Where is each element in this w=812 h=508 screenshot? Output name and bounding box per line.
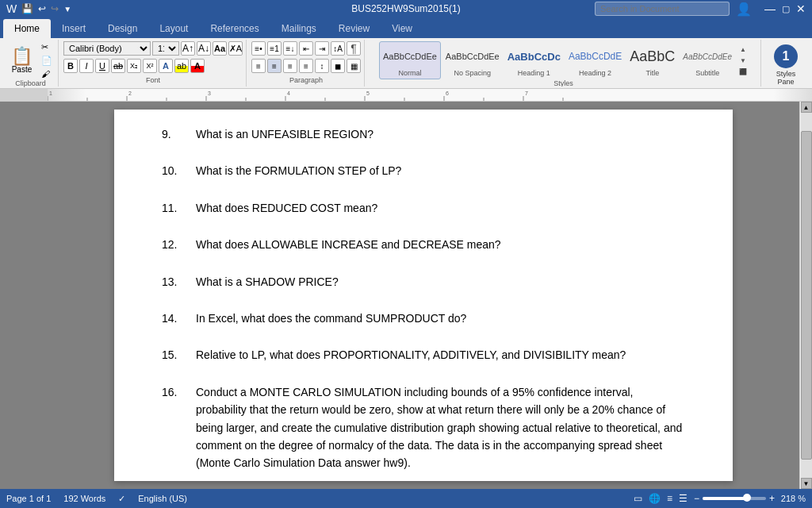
decrease-font-button[interactable]: A↓ xyxy=(197,41,211,56)
cut-button[interactable]: ✂ xyxy=(39,41,55,53)
underline-button[interactable]: U xyxy=(95,59,109,73)
q12-number: 12. xyxy=(162,236,190,253)
styles-scroll-down[interactable]: ▼ xyxy=(738,56,748,65)
ruler-body[interactable]: 1 2 3 4 5 6 7 xyxy=(48,89,812,101)
minimize-icon[interactable]: — xyxy=(764,2,776,15)
increase-indent-button[interactable]: ⇥ xyxy=(315,41,329,56)
question-14: 14. In Excel, what does the command SUMP… xyxy=(162,310,685,327)
scroll-track[interactable] xyxy=(801,113,812,478)
zoom-slider-thumb xyxy=(743,494,751,502)
status-right: ▭ 🌐 ≡ ☰ − + 218 % xyxy=(634,493,806,504)
tab-home[interactable]: Home xyxy=(3,19,51,38)
zoom-in-button[interactable]: + xyxy=(769,493,775,504)
save-icon[interactable]: 💾 xyxy=(21,3,33,14)
user-icon[interactable]: 👤 xyxy=(736,2,752,17)
subscript-button[interactable]: X₂ xyxy=(127,59,141,73)
view-web-icon[interactable]: 🌐 xyxy=(649,493,661,504)
tab-references[interactable]: References xyxy=(199,19,270,38)
language[interactable]: English (US) xyxy=(138,494,187,503)
view-draft-icon[interactable]: ☰ xyxy=(679,493,688,504)
scroll-down-button[interactable]: ▼ xyxy=(801,478,812,489)
view-print-icon[interactable]: ▭ xyxy=(634,493,642,504)
style-heading1[interactable]: AaBbCcDc Heading 1 xyxy=(504,42,564,79)
undo-icon[interactable]: ↩ xyxy=(38,3,46,14)
highlight-color-button[interactable]: ab xyxy=(174,59,189,73)
tab-insert[interactable]: Insert xyxy=(51,19,97,38)
style-title[interactable]: AaBbC Title xyxy=(626,42,678,79)
style-normal[interactable]: AaBbCcDdEe Normal xyxy=(379,41,441,79)
ribbon-tab-bar: Home Insert Design Layout References Mai… xyxy=(0,17,812,38)
font-family-select[interactable]: Calibri (Body) xyxy=(63,41,151,56)
styles-expand[interactable]: ⬛ xyxy=(738,67,748,76)
search-input[interactable] xyxy=(595,2,730,16)
left-bar xyxy=(0,102,48,489)
redo-icon[interactable]: ↪ xyxy=(51,3,59,14)
align-right-button[interactable]: ≡ xyxy=(283,59,297,73)
numbered-list-button[interactable]: ≡1 xyxy=(267,41,282,56)
document-page[interactable]: 9. What is an UNFEASIBLE REGION? 10. Wha… xyxy=(114,110,733,481)
style-subtitle[interactable]: AaBbCcDdEe Subtitle xyxy=(680,42,735,79)
borders-button[interactable]: ▦ xyxy=(347,59,361,73)
text-effects-button[interactable]: A xyxy=(159,59,173,73)
close-icon[interactable]: ✕ xyxy=(796,2,806,15)
format-painter-button[interactable]: 🖌 xyxy=(39,68,55,79)
q11-text: What does REDUCED COST mean? xyxy=(196,199,685,217)
align-center-button[interactable]: ≡ xyxy=(267,59,282,73)
style-no-spacing-label: No Spacing xyxy=(454,69,492,77)
bold-button[interactable]: B xyxy=(63,59,78,73)
sort-button[interactable]: ↕A xyxy=(331,41,345,56)
q16-number: 16. xyxy=(162,383,190,472)
paragraph-group: ≡• ≡1 ≡↓ ⇤ ⇥ ↕A ¶ ≡ ≡ ≡ ≡ ↕ ◼ ▦ Paragrap… xyxy=(248,40,365,87)
zoom-slider[interactable] xyxy=(703,497,766,500)
tab-mailings[interactable]: Mailings xyxy=(270,19,327,38)
clipboard-content: 📋 Paste ✂ 📄 🖌 xyxy=(6,41,55,79)
page-info: Page 1 of 1 xyxy=(6,494,51,503)
zoom-out-button[interactable]: − xyxy=(694,493,699,504)
styles-pane-button[interactable]: 1 StylesPane xyxy=(766,41,806,89)
maximize-icon[interactable]: ▢ xyxy=(782,4,790,14)
superscript-button[interactable]: X² xyxy=(143,59,157,73)
question-10: 10. What is the FORMULATION STEP of LP? xyxy=(162,162,685,179)
title-bar-right: 👤 — ▢ ✕ xyxy=(595,2,806,17)
multilevel-list-button[interactable]: ≡↓ xyxy=(283,41,297,56)
view-outline-icon[interactable]: ≡ xyxy=(667,493,672,504)
scroll-thumb[interactable] xyxy=(801,131,812,460)
style-heading2[interactable]: AaBbCcDdE Heading 2 xyxy=(565,42,625,79)
proofing-icon[interactable]: ✓ xyxy=(118,494,125,504)
scroll-up-button[interactable]: ▲ xyxy=(801,102,812,113)
style-title-label: Title xyxy=(645,69,659,77)
copy-button[interactable]: 📄 xyxy=(39,55,55,67)
italic-button[interactable]: I xyxy=(79,59,94,73)
shading-button[interactable]: ◼ xyxy=(331,59,345,73)
change-case-button[interactable]: Aa xyxy=(213,41,227,56)
title-bar-left: W 💾 ↩ ↪ ▼ xyxy=(6,2,71,15)
bullet-list-button[interactable]: ≡• xyxy=(251,41,266,56)
paragraph-controls: ≡• ≡1 ≡↓ ⇤ ⇥ ↕A ¶ ≡ ≡ ≡ ≡ ↕ ◼ ▦ xyxy=(251,41,361,73)
scrollbar[interactable]: ▲ ▼ xyxy=(799,102,812,489)
more-commands-icon[interactable]: ▼ xyxy=(63,5,71,13)
show-formatting-button[interactable]: ¶ xyxy=(347,41,361,56)
decrease-indent-button[interactable]: ⇤ xyxy=(299,41,313,56)
para-row-2: ≡ ≡ ≡ ≡ ↕ ◼ ▦ xyxy=(251,59,361,73)
paste-button[interactable]: 📋 Paste xyxy=(6,46,37,75)
font-color-button[interactable]: A xyxy=(190,59,205,73)
align-left-button[interactable]: ≡ xyxy=(251,59,266,73)
strikethrough-button[interactable]: ab xyxy=(111,59,125,73)
clear-format-button[interactable]: ✗A xyxy=(228,41,243,56)
style-title-preview: AaBbC xyxy=(630,44,675,69)
tab-review[interactable]: Review xyxy=(327,19,381,38)
style-no-spacing[interactable]: AaBbCcDdEe No Spacing xyxy=(442,42,503,79)
tab-view[interactable]: View xyxy=(381,19,423,38)
font-size-select[interactable]: 11 xyxy=(152,41,179,56)
tab-layout[interactable]: Layout xyxy=(148,19,199,38)
justify-button[interactable]: ≡ xyxy=(299,59,313,73)
line-spacing-button[interactable]: ↕ xyxy=(315,59,329,73)
question-13: 13. What is a SHADOW PRICE? xyxy=(162,273,685,291)
increase-font-button[interactable]: A↑ xyxy=(181,41,195,56)
tab-design[interactable]: Design xyxy=(97,19,148,38)
styles-scroll-up[interactable]: ▲ xyxy=(738,44,748,54)
style-heading1-label: Heading 1 xyxy=(518,69,550,77)
q9-number: 9. xyxy=(162,125,190,143)
zoom-level[interactable]: 218 % xyxy=(778,494,806,503)
zoom-area: − + 218 % xyxy=(694,493,806,504)
